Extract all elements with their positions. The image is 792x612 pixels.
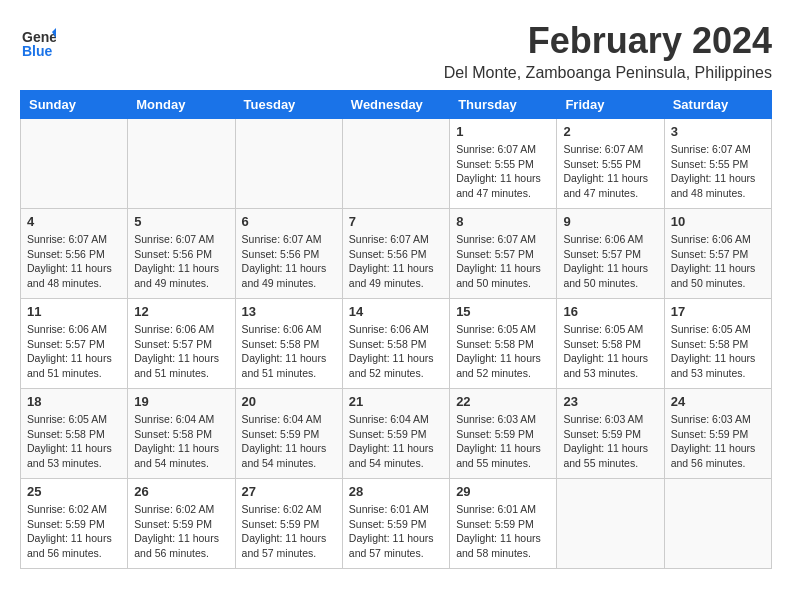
location-title: Del Monte, Zamboanga Peninsula, Philippi… xyxy=(444,64,772,82)
calendar-cell: 28Sunrise: 6:01 AMSunset: 5:59 PMDayligh… xyxy=(342,479,449,569)
day-number: 27 xyxy=(242,484,336,499)
logo-icon: General Blue xyxy=(20,24,56,60)
calendar-cell: 1Sunrise: 6:07 AMSunset: 5:55 PMDaylight… xyxy=(450,119,557,209)
calendar-cell: 20Sunrise: 6:04 AMSunset: 5:59 PMDayligh… xyxy=(235,389,342,479)
month-title: February 2024 xyxy=(444,20,772,62)
weekday-header-tuesday: Tuesday xyxy=(235,91,342,119)
header: General Blue February 2024 Del Monte, Za… xyxy=(20,20,772,82)
weekday-header-saturday: Saturday xyxy=(664,91,771,119)
day-number: 19 xyxy=(134,394,228,409)
day-info: Sunrise: 6:06 AMSunset: 5:57 PMDaylight:… xyxy=(671,232,765,291)
day-info: Sunrise: 6:07 AMSunset: 5:56 PMDaylight:… xyxy=(242,232,336,291)
calendar-cell: 19Sunrise: 6:04 AMSunset: 5:58 PMDayligh… xyxy=(128,389,235,479)
calendar-week-row: 18Sunrise: 6:05 AMSunset: 5:58 PMDayligh… xyxy=(21,389,772,479)
day-info: Sunrise: 6:03 AMSunset: 5:59 PMDaylight:… xyxy=(671,412,765,471)
weekday-header-wednesday: Wednesday xyxy=(342,91,449,119)
calendar-cell: 9Sunrise: 6:06 AMSunset: 5:57 PMDaylight… xyxy=(557,209,664,299)
day-info: Sunrise: 6:07 AMSunset: 5:55 PMDaylight:… xyxy=(563,142,657,201)
calendar-cell: 29Sunrise: 6:01 AMSunset: 5:59 PMDayligh… xyxy=(450,479,557,569)
day-number: 26 xyxy=(134,484,228,499)
day-info: Sunrise: 6:07 AMSunset: 5:55 PMDaylight:… xyxy=(671,142,765,201)
weekday-header-monday: Monday xyxy=(128,91,235,119)
day-number: 15 xyxy=(456,304,550,319)
calendar-cell xyxy=(664,479,771,569)
calendar-cell: 8Sunrise: 6:07 AMSunset: 5:57 PMDaylight… xyxy=(450,209,557,299)
weekday-header-friday: Friday xyxy=(557,91,664,119)
calendar-table: SundayMondayTuesdayWednesdayThursdayFrid… xyxy=(20,90,772,569)
calendar-cell: 21Sunrise: 6:04 AMSunset: 5:59 PMDayligh… xyxy=(342,389,449,479)
day-number: 6 xyxy=(242,214,336,229)
day-number: 5 xyxy=(134,214,228,229)
day-info: Sunrise: 6:05 AMSunset: 5:58 PMDaylight:… xyxy=(456,322,550,381)
day-info: Sunrise: 6:07 AMSunset: 5:56 PMDaylight:… xyxy=(349,232,443,291)
day-info: Sunrise: 6:06 AMSunset: 5:57 PMDaylight:… xyxy=(563,232,657,291)
calendar-cell: 18Sunrise: 6:05 AMSunset: 5:58 PMDayligh… xyxy=(21,389,128,479)
calendar-week-row: 1Sunrise: 6:07 AMSunset: 5:55 PMDaylight… xyxy=(21,119,772,209)
day-number: 25 xyxy=(27,484,121,499)
calendar-week-row: 4Sunrise: 6:07 AMSunset: 5:56 PMDaylight… xyxy=(21,209,772,299)
calendar-cell: 25Sunrise: 6:02 AMSunset: 5:59 PMDayligh… xyxy=(21,479,128,569)
calendar-cell: 27Sunrise: 6:02 AMSunset: 5:59 PMDayligh… xyxy=(235,479,342,569)
day-number: 10 xyxy=(671,214,765,229)
day-info: Sunrise: 6:07 AMSunset: 5:56 PMDaylight:… xyxy=(134,232,228,291)
calendar-week-row: 25Sunrise: 6:02 AMSunset: 5:59 PMDayligh… xyxy=(21,479,772,569)
day-number: 17 xyxy=(671,304,765,319)
day-number: 22 xyxy=(456,394,550,409)
calendar-cell xyxy=(128,119,235,209)
day-info: Sunrise: 6:01 AMSunset: 5:59 PMDaylight:… xyxy=(349,502,443,561)
calendar-cell: 14Sunrise: 6:06 AMSunset: 5:58 PMDayligh… xyxy=(342,299,449,389)
weekday-header-sunday: Sunday xyxy=(21,91,128,119)
calendar-cell: 12Sunrise: 6:06 AMSunset: 5:57 PMDayligh… xyxy=(128,299,235,389)
day-info: Sunrise: 6:03 AMSunset: 5:59 PMDaylight:… xyxy=(563,412,657,471)
day-info: Sunrise: 6:02 AMSunset: 5:59 PMDaylight:… xyxy=(242,502,336,561)
logo: General Blue xyxy=(20,24,56,60)
day-number: 12 xyxy=(134,304,228,319)
calendar-cell: 17Sunrise: 6:05 AMSunset: 5:58 PMDayligh… xyxy=(664,299,771,389)
day-number: 4 xyxy=(27,214,121,229)
day-info: Sunrise: 6:05 AMSunset: 5:58 PMDaylight:… xyxy=(27,412,121,471)
day-number: 11 xyxy=(27,304,121,319)
day-info: Sunrise: 6:04 AMSunset: 5:58 PMDaylight:… xyxy=(134,412,228,471)
calendar-cell: 11Sunrise: 6:06 AMSunset: 5:57 PMDayligh… xyxy=(21,299,128,389)
calendar-cell: 4Sunrise: 6:07 AMSunset: 5:56 PMDaylight… xyxy=(21,209,128,299)
calendar-cell: 10Sunrise: 6:06 AMSunset: 5:57 PMDayligh… xyxy=(664,209,771,299)
day-info: Sunrise: 6:06 AMSunset: 5:58 PMDaylight:… xyxy=(349,322,443,381)
calendar-cell: 16Sunrise: 6:05 AMSunset: 5:58 PMDayligh… xyxy=(557,299,664,389)
day-number: 18 xyxy=(27,394,121,409)
calendar-cell: 23Sunrise: 6:03 AMSunset: 5:59 PMDayligh… xyxy=(557,389,664,479)
day-info: Sunrise: 6:04 AMSunset: 5:59 PMDaylight:… xyxy=(242,412,336,471)
day-info: Sunrise: 6:07 AMSunset: 5:57 PMDaylight:… xyxy=(456,232,550,291)
day-info: Sunrise: 6:01 AMSunset: 5:59 PMDaylight:… xyxy=(456,502,550,561)
day-info: Sunrise: 6:04 AMSunset: 5:59 PMDaylight:… xyxy=(349,412,443,471)
calendar-cell: 13Sunrise: 6:06 AMSunset: 5:58 PMDayligh… xyxy=(235,299,342,389)
day-number: 3 xyxy=(671,124,765,139)
day-number: 9 xyxy=(563,214,657,229)
calendar-cell: 26Sunrise: 6:02 AMSunset: 5:59 PMDayligh… xyxy=(128,479,235,569)
day-number: 1 xyxy=(456,124,550,139)
day-info: Sunrise: 6:02 AMSunset: 5:59 PMDaylight:… xyxy=(134,502,228,561)
day-info: Sunrise: 6:06 AMSunset: 5:58 PMDaylight:… xyxy=(242,322,336,381)
calendar-cell: 3Sunrise: 6:07 AMSunset: 5:55 PMDaylight… xyxy=(664,119,771,209)
calendar-cell: 7Sunrise: 6:07 AMSunset: 5:56 PMDaylight… xyxy=(342,209,449,299)
day-number: 21 xyxy=(349,394,443,409)
day-number: 13 xyxy=(242,304,336,319)
calendar-week-row: 11Sunrise: 6:06 AMSunset: 5:57 PMDayligh… xyxy=(21,299,772,389)
day-info: Sunrise: 6:05 AMSunset: 5:58 PMDaylight:… xyxy=(671,322,765,381)
day-number: 16 xyxy=(563,304,657,319)
day-number: 7 xyxy=(349,214,443,229)
svg-text:Blue: Blue xyxy=(22,43,53,59)
day-info: Sunrise: 6:02 AMSunset: 5:59 PMDaylight:… xyxy=(27,502,121,561)
day-info: Sunrise: 6:06 AMSunset: 5:57 PMDaylight:… xyxy=(27,322,121,381)
day-number: 2 xyxy=(563,124,657,139)
calendar-cell xyxy=(342,119,449,209)
calendar-cell: 6Sunrise: 6:07 AMSunset: 5:56 PMDaylight… xyxy=(235,209,342,299)
day-number: 24 xyxy=(671,394,765,409)
day-number: 14 xyxy=(349,304,443,319)
calendar-cell: 15Sunrise: 6:05 AMSunset: 5:58 PMDayligh… xyxy=(450,299,557,389)
day-number: 29 xyxy=(456,484,550,499)
weekday-header-thursday: Thursday xyxy=(450,91,557,119)
calendar-cell xyxy=(557,479,664,569)
day-info: Sunrise: 6:06 AMSunset: 5:57 PMDaylight:… xyxy=(134,322,228,381)
calendar-cell: 5Sunrise: 6:07 AMSunset: 5:56 PMDaylight… xyxy=(128,209,235,299)
day-number: 8 xyxy=(456,214,550,229)
